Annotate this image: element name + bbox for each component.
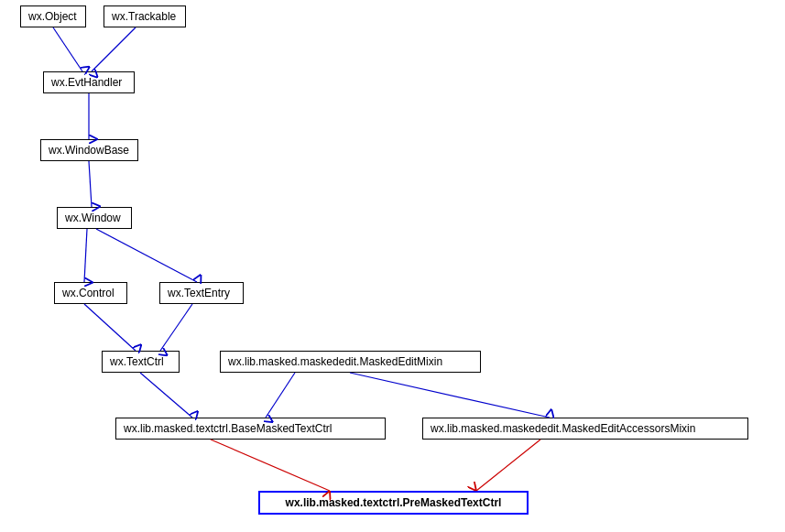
node-maskededitmixin[interactable]: wx.lib.masked.maskededit.MaskedEditMixin bbox=[220, 351, 481, 373]
node-basemasked[interactable]: wx.lib.masked.textctrl.BaseMaskedTextCtr… bbox=[115, 418, 386, 440]
svg-line-6 bbox=[84, 304, 136, 351]
svg-line-9 bbox=[266, 373, 295, 418]
node-evthandler[interactable]: wx.EvtHandler bbox=[43, 71, 135, 93]
node-textctrl[interactable]: wx.TextCtrl bbox=[102, 351, 180, 373]
node-windowbase[interactable]: wx.WindowBase bbox=[40, 139, 138, 161]
node-control[interactable]: wx.Control bbox=[54, 282, 127, 304]
node-object[interactable]: wx.Object bbox=[20, 5, 86, 27]
svg-line-8 bbox=[140, 373, 192, 418]
svg-line-10 bbox=[350, 373, 550, 418]
svg-line-5 bbox=[96, 229, 197, 282]
diagram-container: wx.Object wx.Trackable wx.EvtHandler wx.… bbox=[0, 0, 785, 532]
node-textentry[interactable]: wx.TextEntry bbox=[159, 282, 244, 304]
svg-line-0 bbox=[53, 27, 82, 71]
node-maskededitaccessors[interactable]: wx.lib.masked.maskededit.MaskedEditAcces… bbox=[422, 418, 748, 440]
svg-line-7 bbox=[160, 304, 192, 351]
node-window[interactable]: wx.Window bbox=[57, 207, 132, 229]
svg-line-11 bbox=[211, 440, 330, 491]
node-trackable[interactable]: wx.Trackable bbox=[104, 5, 186, 27]
svg-line-4 bbox=[84, 229, 87, 282]
node-premasked[interactable]: wx.lib.masked.textctrl.PreMaskedTextCtrl bbox=[258, 491, 529, 515]
svg-line-12 bbox=[476, 440, 540, 491]
svg-line-1 bbox=[92, 27, 136, 71]
svg-line-3 bbox=[89, 161, 92, 207]
